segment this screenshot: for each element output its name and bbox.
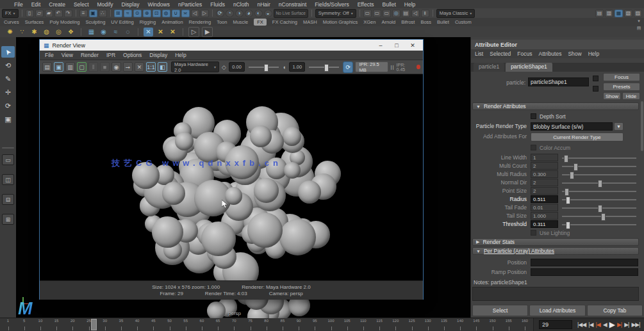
line-width-slider[interactable] [562,157,636,159]
shelf-tab-toon[interactable]: Toon [217,19,227,25]
point-size-value[interactable]: 2 [531,187,558,195]
render-attributes-section[interactable]: ▼ Render Attributes [472,102,639,110]
paint-select-tool[interactable]: ✎ [1,73,15,85]
render-view-menu-ipr[interactable]: IPR [106,52,115,58]
chevron-down-icon[interactable]: ▾ [614,122,623,131]
pause-viewport-icon[interactable]: ‖ [421,10,429,17]
gamma-slider[interactable] [309,67,339,68]
use-lighting-checkbox[interactable] [531,230,536,236]
emit-from-object-icon[interactable]: ✱ [29,28,39,36]
attribute-editor-title[interactable]: Attribute Editor [471,40,644,50]
one-to-one-icon[interactable]: 1:1 [146,62,156,72]
exposure-slider[interactable] [249,67,279,68]
pause-ipr-icon[interactable]: ‖ [88,62,98,72]
slider-handle[interactable] [566,222,570,229]
menu-nparticles[interactable]: nParticles [178,1,202,8]
lasso-tool[interactable]: ⟲ [1,60,15,71]
menu-effects[interactable]: Effects [358,1,374,8]
single-pane-layout[interactable]: ▭ [2,154,14,165]
menu-select[interactable]: Select [74,1,89,8]
attribute-editor-icon[interactable]: ▦ [615,10,623,17]
particle-render-type-dropdown[interactable]: Blobby Surface (s/w) [531,122,613,131]
minimize-button[interactable]: – [374,42,387,49]
ae-menu-selected[interactable]: Selected [490,51,511,57]
ipr-refresh-icon[interactable]: ⟳ [343,61,353,73]
shelf-tab-boss[interactable]: Boss [420,19,431,25]
particles-icon[interactable]: ∵ [17,28,27,36]
shelf-tab-surfaces[interactable]: Surfaces [25,19,44,25]
ae-tab-particleshape1[interactable]: particleShape1 [506,63,552,72]
menu-set-dropdown[interactable]: FX▾ [2,9,19,18]
menu-nconstraint[interactable]: nConstraint [279,1,306,8]
symmetry-dropdown[interactable]: Symmetry: Off▾ [315,9,356,18]
rendered-image[interactable]: 技艺CG www.qdnxxfb.cn [40,74,423,280]
interactive-playback-icon[interactable]: ▷ [188,27,199,37]
hide-button[interactable]: Hide [622,92,640,100]
toggle-display-icon[interactable]: ◁ [411,10,420,17]
shelf-tab-bullet[interactable]: Bullet [437,19,449,25]
render-sequence-icon[interactable]: ◎ [392,10,400,17]
render-view-icon[interactable]: ▭ [363,10,372,17]
step-back-key-button[interactable]: |◀ [595,321,600,328]
construction-history-icon[interactable]: ⟳ [216,10,224,17]
tail-fade-slider[interactable] [562,207,636,209]
shelf-tab-muscle[interactable]: Muscle [233,19,248,25]
render-view-menu-help[interactable]: Help [175,52,186,58]
tail-size-value[interactable]: 1.000 [531,212,558,220]
new-scene-icon[interactable]: ▯ [26,10,34,17]
stop-render-icon[interactable]: ■ [100,62,110,72]
presets-button[interactable]: Presets [603,83,640,91]
depth-sort-checkbox[interactable] [531,113,536,119]
remove-image-icon[interactable]: ✕ [135,62,144,72]
time-slider-ticks[interactable]: 1510152025303540455055606570758085909510… [0,318,534,331]
rotate-tool[interactable]: ⟳ [1,100,15,111]
symmetry-icon[interactable]: ≍ [181,10,190,17]
go-to-end-button[interactable]: ▶▶| [631,321,640,328]
input-connections-icon[interactable]: ◁ [191,10,199,17]
shelf-tab-xgen[interactable]: XGen [363,19,376,25]
render-current-frame-icon[interactable]: ▭ [373,10,381,17]
play-forwards-button[interactable]: ▶ [609,320,615,329]
copy-tab-button[interactable]: Copy Tab [587,305,643,316]
hypershade-icon[interactable]: ◒ [264,10,272,17]
open-scene-icon[interactable]: ▱ [35,10,44,17]
select-by-object-icon[interactable]: ▣ [89,10,97,17]
shelf-tab-sculpting[interactable]: Sculpting [85,19,105,25]
threshold-value[interactable]: 0.311 [531,220,558,228]
shelf-tab-custom[interactable]: Custom [455,19,472,25]
go-to-start-button[interactable]: |◀◀ [577,321,586,328]
current-render-type-button[interactable]: Current Render Type [531,133,623,141]
menu-windows[interactable]: Windows [147,1,169,8]
ae-menu-help[interactable]: Help [588,51,599,57]
focus-button[interactable]: Focus [603,73,640,81]
instancer-icon[interactable]: ❖ [66,28,76,36]
shelf-tab-animation[interactable]: Animation [161,19,183,25]
maximize-button[interactable]: □ [390,42,403,49]
show-button[interactable]: Show [603,92,621,100]
scale-tool[interactable]: ▣ [1,113,15,125]
shelf-tab-poly-modeling[interactable]: Poly Modeling [49,19,79,25]
scrollbar[interactable] [641,101,643,151]
stop-ipr-icon[interactable] [417,65,420,69]
select-button[interactable]: Select [472,305,528,316]
snap-to-projected-center-icon[interactable]: ⊕ [143,10,151,17]
hypershade-panel-icon[interactable]: ▥ [605,10,613,17]
select-tool[interactable]: ➤ [1,46,15,58]
ocean-icon[interactable]: ≈ [111,28,120,36]
ae-menu-attributes[interactable]: Attributes [538,51,561,57]
shelf-tab-rigging[interactable]: Rigging [140,19,156,25]
ae-menu-show[interactable]: Show [568,51,581,57]
menu-fluids[interactable]: Fluids [210,1,225,8]
nucleus-icon[interactable]: ✕ [144,28,153,36]
renderer-dropdown[interactable]: Maya Hardware 2.0 ▾ [171,61,219,72]
tail-fade-value[interactable]: 0.01 [531,204,558,211]
checkbox-1[interactable] [593,76,599,81]
render-view-menu-render[interactable]: Render [81,52,99,58]
shelf-tab-rendering[interactable]: Rendering [189,19,211,25]
menu-ncloth[interactable]: nCloth [233,1,249,8]
snapshot-icon[interactable]: ◉ [111,62,121,72]
ipr-render-current-frame-icon[interactable]: ▭ [383,10,391,17]
nrigid-icon[interactable]: ✕ [168,28,178,36]
render-stats-section[interactable]: ▶ Render Stats [472,238,639,246]
modeling-toolkit-icon[interactable]: ▤ [595,10,604,17]
